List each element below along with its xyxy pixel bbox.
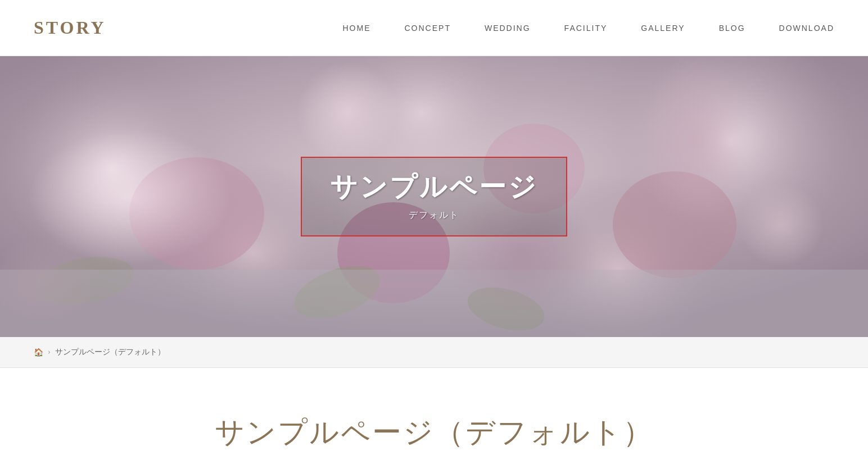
site-header: STORY HOME CONCEPT WEDDING FACILITY GALL… — [0, 0, 868, 56]
breadcrumb-arrow: › — [48, 348, 51, 357]
nav-facility[interactable]: FACILITY — [564, 24, 608, 33]
breadcrumb: 🏠 › サンプルページ（デフォルト） — [0, 337, 868, 368]
page-heading: サンプルページ（デフォルト） — [34, 413, 834, 452]
breadcrumb-home-icon[interactable]: 🏠 — [34, 348, 43, 357]
hero-title: サンプルページ — [330, 169, 538, 205]
nav-concept[interactable]: CONCEPT — [404, 24, 450, 33]
nav-home[interactable]: HOME — [342, 24, 370, 33]
hero-section: サンプルページ デフォルト — [0, 56, 868, 337]
nav-blog[interactable]: BLOG — [719, 24, 745, 33]
nav-download[interactable]: DOWNLOAD — [779, 24, 834, 33]
main-nav: HOME CONCEPT WEDDING FACILITY GALLERY BL… — [342, 24, 834, 33]
hero-subtitle: デフォルト — [330, 210, 538, 221]
hero-text-box: サンプルページ デフォルト — [301, 157, 567, 236]
nav-wedding[interactable]: WEDDING — [485, 24, 531, 33]
breadcrumb-current: サンプルページ（デフォルト） — [55, 347, 165, 357]
nav-gallery[interactable]: GALLERY — [641, 24, 685, 33]
main-content: サンプルページ（デフォルト） — [0, 368, 868, 455]
site-logo[interactable]: STORY — [34, 17, 106, 38]
